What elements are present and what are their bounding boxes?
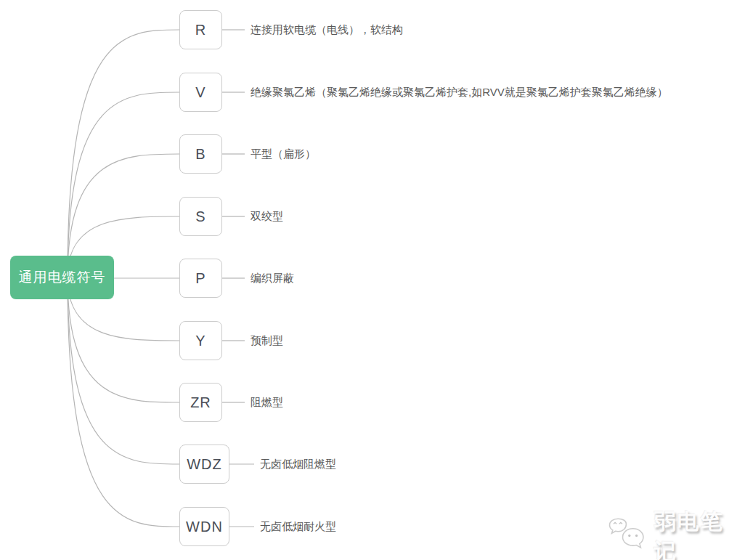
node-s-description[interactable]: 双绞型 [251, 208, 283, 224]
node-wdz-description[interactable]: 无卤低烟阻燃型 [260, 456, 336, 472]
root-node-general-cable-symbol[interactable]: 通用电缆符号 [10, 256, 114, 299]
edge-root-r [68, 30, 179, 277]
wechat-chat-bubbles-icon [607, 518, 651, 556]
edge-root-v [68, 92, 179, 277]
mindmap-canvas: 通用电缆符号 R 连接用软电缆（电线），软结构 V 绝缘聚氯乙烯（聚氯乙烯绝缘或… [0, 0, 745, 560]
node-wdn-description[interactable]: 无卤低烟耐火型 [260, 519, 336, 535]
node-b[interactable]: B [179, 134, 222, 174]
node-r[interactable]: R [179, 10, 222, 49]
watermark: 弱电笔记 [607, 507, 745, 560]
node-s[interactable]: S [179, 197, 222, 236]
node-v[interactable]: V [179, 73, 222, 112]
node-p[interactable]: P [179, 259, 222, 298]
node-p-description[interactable]: 编织屏蔽 [251, 270, 294, 286]
node-r-description[interactable]: 连接用软电缆（电线），软结构 [251, 22, 403, 38]
node-zr[interactable]: ZR [179, 383, 222, 422]
edge-root-wdz [68, 277, 179, 464]
node-y[interactable]: Y [179, 321, 222, 360]
node-y-description[interactable]: 预制型 [251, 333, 283, 349]
node-wdz[interactable]: WDZ [179, 445, 229, 484]
node-b-description[interactable]: 平型（扁形） [251, 146, 316, 162]
watermark-text: 弱电笔记 [654, 507, 745, 560]
node-wdn[interactable]: WDN [179, 507, 229, 546]
node-zr-description[interactable]: 阻燃型 [251, 394, 283, 410]
node-v-description[interactable]: 绝缘聚氯乙烯（聚氯乙烯绝缘或聚氯乙烯护套,如RVV就是聚氯乙烯护套聚氯乙烯绝缘） [251, 84, 668, 100]
